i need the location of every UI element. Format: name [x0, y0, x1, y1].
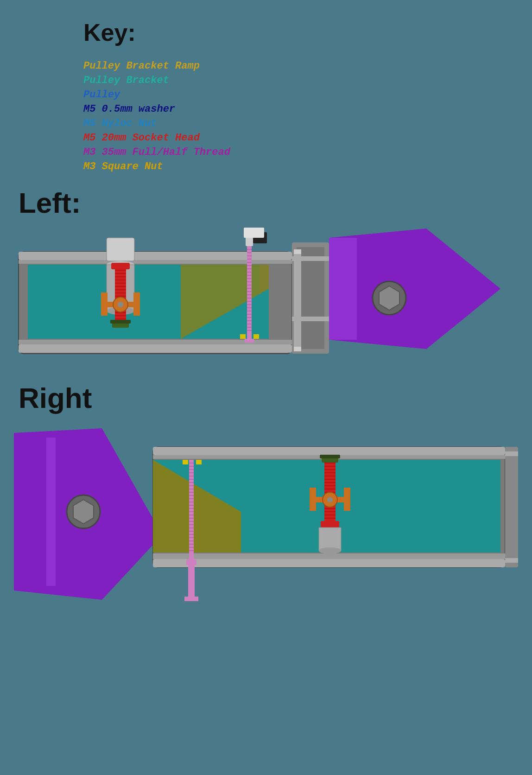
- right-diagram: [9, 419, 519, 595]
- key-section: Key: Pulley Bracket Ramp Pulley Bracket …: [0, 0, 532, 182]
- svg-rect-11: [111, 263, 130, 269]
- svg-rect-6: [107, 238, 134, 261]
- svg-rect-53: [196, 460, 202, 464]
- svg-rect-48: [189, 460, 194, 559]
- svg-rect-23: [240, 334, 246, 339]
- svg-rect-13: [110, 320, 131, 324]
- svg-rect-46: [153, 553, 505, 559]
- svg-rect-49: [186, 559, 196, 565]
- svg-rect-60: [320, 455, 340, 458]
- svg-rect-2: [19, 344, 292, 353]
- svg-rect-34: [294, 249, 301, 254]
- key-item-5: M5 Nyloc Nut: [83, 118, 532, 129]
- key-item-7: M3 35mm Full/Half Thread: [83, 146, 532, 158]
- left-diagram-svg: [9, 224, 519, 368]
- svg-rect-51: [184, 597, 198, 601]
- svg-rect-24: [253, 334, 259, 339]
- svg-rect-54: [389, 460, 500, 553]
- svg-rect-35: [294, 347, 301, 351]
- right-label: Right: [9, 381, 532, 414]
- right-diagram-svg: [9, 419, 519, 604]
- key-item-2: Pulley Bracket: [83, 75, 532, 86]
- left-section: Left:: [0, 186, 532, 363]
- svg-rect-26: [244, 228, 264, 238]
- key-title: Key:: [83, 19, 532, 46]
- svg-rect-21: [247, 246, 252, 339]
- svg-rect-68: [505, 558, 518, 563]
- svg-rect-43: [153, 447, 505, 455]
- svg-rect-22: [245, 339, 254, 343]
- svg-rect-55: [324, 460, 336, 522]
- key-item-4: M5 0.5mm washer: [83, 103, 532, 115]
- svg-rect-50: [188, 565, 195, 597]
- svg-rect-33: [294, 249, 301, 351]
- svg-rect-44: [153, 559, 505, 567]
- svg-rect-52: [183, 460, 188, 464]
- key-items: Pulley Bracket Ramp Pulley Bracket Pulle…: [83, 60, 532, 172]
- svg-rect-66: [505, 447, 518, 567]
- key-item-1: Pulley Bracket Ramp: [83, 60, 532, 72]
- left-label: Left:: [9, 186, 532, 219]
- svg-point-18: [118, 302, 123, 307]
- svg-rect-57: [319, 527, 341, 551]
- left-diagram: [9, 224, 510, 363]
- key-item-3: Pulley: [83, 89, 532, 101]
- right-section: Right: [0, 381, 532, 595]
- svg-rect-67: [505, 451, 518, 456]
- key-item-6: M5 20mm Socket Head: [83, 132, 532, 144]
- svg-point-65: [327, 497, 333, 502]
- key-item-8: M3 Square Nut: [83, 161, 532, 172]
- svg-rect-56: [321, 521, 339, 527]
- svg-point-58: [319, 547, 341, 554]
